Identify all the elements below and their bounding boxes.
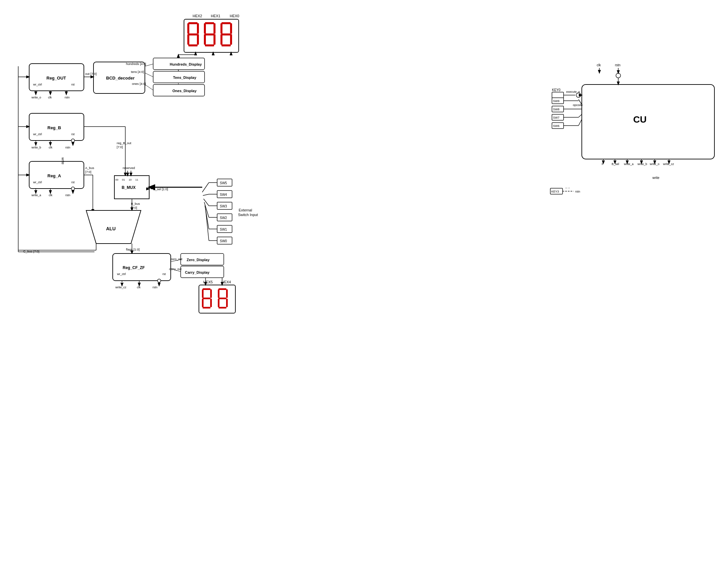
zero-out-label: zero_out bbox=[171, 258, 183, 261]
hex0-label: HEX0 bbox=[230, 14, 239, 18]
ext-switch-label: External bbox=[239, 208, 252, 212]
a-bus-label2: [7:0] bbox=[85, 170, 91, 174]
svg-point-72 bbox=[157, 279, 161, 282]
svg-rect-84 bbox=[210, 298, 212, 307]
svg-point-45 bbox=[71, 139, 75, 142]
svg-line-108 bbox=[203, 194, 209, 196]
reg-out-wrctr: wr_ctrl bbox=[33, 83, 42, 86]
hex4-label: HEX4 bbox=[221, 280, 231, 284]
reg-b-wrctr: wr_ctrl bbox=[33, 133, 42, 136]
svg-rect-119 bbox=[552, 92, 564, 98]
reg-a-clk: clk bbox=[49, 194, 52, 197]
write-o-out-label: write_o bbox=[649, 162, 659, 166]
svg-rect-5 bbox=[187, 34, 189, 45]
reg-out-write-o: write_o bbox=[31, 96, 41, 99]
carry-out-label: carry_out bbox=[169, 268, 182, 271]
bmux-11: 11 bbox=[135, 178, 138, 181]
reg-b-write: write_b bbox=[31, 146, 41, 149]
reg-cfzf-wrctr: wr_ctrl bbox=[117, 273, 126, 276]
key3-rstn-label: rstn bbox=[575, 190, 580, 193]
svg-line-35 bbox=[145, 85, 153, 90]
hex-displays-top: HEX2 HEX1 HEX0 bbox=[184, 14, 239, 52]
write-cz-out-label: write_cz bbox=[663, 162, 674, 166]
bcd-decoder-label: BCD_decoder bbox=[106, 76, 135, 81]
svg-point-121 bbox=[576, 93, 581, 97]
execute-n-label: execute_n bbox=[566, 90, 580, 94]
zero-display-label: Zero_Display bbox=[187, 258, 210, 262]
svg-rect-16 bbox=[220, 23, 222, 34]
reg-b-label: Reg_B bbox=[47, 125, 61, 130]
a-bus-label: A_bus bbox=[85, 166, 94, 170]
svg-rect-6 bbox=[197, 34, 199, 45]
hundreds-signal: hundreds [4:0] bbox=[126, 62, 146, 66]
svg-rect-7 bbox=[188, 44, 198, 46]
reg-cf-zf-label: Reg_CF_ZF bbox=[123, 266, 145, 270]
key3-arrow-label: --→ bbox=[565, 186, 570, 190]
reg-b-clk: clk bbox=[49, 146, 52, 149]
svg-rect-88 bbox=[226, 289, 228, 298]
hundreds-display-label: Hundreds_Display bbox=[170, 62, 202, 66]
svg-rect-15 bbox=[221, 22, 231, 24]
carry-display-label: Carry_Display bbox=[185, 271, 210, 275]
svg-rect-87 bbox=[218, 289, 219, 298]
key0-label: KEY0 bbox=[552, 88, 561, 92]
svg-rect-11 bbox=[205, 33, 214, 35]
svg-point-51 bbox=[71, 187, 75, 190]
sw3-label: SW3 bbox=[220, 205, 227, 208]
reserved-label: reserved bbox=[123, 166, 135, 170]
svg-rect-81 bbox=[210, 289, 212, 298]
hex2-label: HEX2 bbox=[193, 14, 202, 18]
svg-rect-21 bbox=[221, 44, 231, 46]
sw7-label: SW7 bbox=[553, 116, 560, 119]
svg-rect-20 bbox=[230, 34, 232, 45]
svg-rect-2 bbox=[187, 23, 189, 34]
svg-rect-92 bbox=[218, 307, 226, 308]
svg-rect-8 bbox=[205, 22, 214, 24]
svg-rect-90 bbox=[218, 298, 219, 307]
ones-display-label: Ones_Display bbox=[172, 89, 197, 93]
svg-rect-91 bbox=[226, 298, 228, 307]
svg-rect-13 bbox=[213, 34, 215, 45]
write-a-out-label: write_a bbox=[624, 162, 634, 166]
sw9-label: SW9 bbox=[553, 99, 560, 103]
reg-b-rst: rst bbox=[71, 133, 75, 136]
sw1-label: SW1 bbox=[220, 228, 227, 231]
ones-signal: ones [4:0] bbox=[132, 82, 146, 86]
reg-cfzf-rst: rst bbox=[162, 273, 166, 276]
key3-label: KEY3 bbox=[551, 190, 559, 193]
hex-displays-bottom: HEX5 HEX4 bbox=[199, 280, 235, 313]
sw2-label: SW2 bbox=[220, 216, 227, 220]
svg-line-133 bbox=[578, 114, 582, 117]
bmux-01: 01 bbox=[122, 178, 125, 181]
reg-a-write: write_a bbox=[31, 194, 41, 197]
hex1-label: HEX1 bbox=[211, 14, 220, 18]
reg-a-rstn: rstn bbox=[65, 194, 70, 197]
reg-a-label: Reg_A bbox=[47, 173, 61, 178]
reg-out-rst: rst bbox=[71, 83, 75, 86]
out-signal: out [7:0] bbox=[85, 72, 96, 76]
svg-rect-18 bbox=[221, 33, 231, 35]
svg-line-34 bbox=[145, 73, 153, 77]
ext-switch-label2: Switch Input bbox=[238, 213, 258, 217]
svg-rect-1 bbox=[188, 22, 198, 24]
bsel-out-label: B_sel bbox=[612, 162, 619, 166]
reg-b-rstn: rstn bbox=[65, 146, 70, 149]
reg-a-rst: rst bbox=[71, 181, 75, 184]
svg-rect-14 bbox=[205, 44, 214, 46]
b-mux-label: B_MUX bbox=[122, 185, 136, 190]
b-bus-label: B_bus bbox=[131, 202, 140, 206]
sw5-label: SW5 bbox=[220, 181, 227, 185]
svg-rect-19 bbox=[220, 34, 222, 45]
bmux-00: 00 bbox=[115, 178, 118, 181]
svg-rect-83 bbox=[202, 298, 204, 307]
reg-b-out-label2: [7:0] bbox=[117, 145, 123, 149]
tens-signal: tens [4:0] bbox=[131, 70, 144, 74]
svg-rect-85 bbox=[203, 307, 211, 308]
cu-label: CU bbox=[633, 114, 646, 125]
reg-b-out-label: reg_B_out bbox=[117, 141, 131, 145]
svg-rect-12 bbox=[204, 34, 206, 45]
svg-rect-10 bbox=[213, 23, 215, 34]
reg-cfzf-clk: clk bbox=[137, 285, 141, 289]
flags-label: flags [1:0] bbox=[126, 248, 140, 251]
write-b-out-label: write_b bbox=[637, 162, 647, 166]
